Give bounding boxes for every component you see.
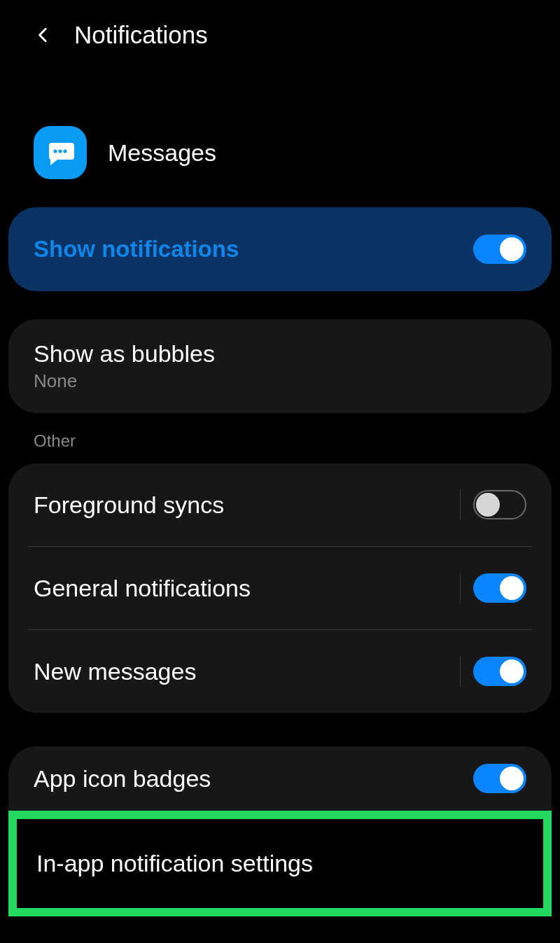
messages-icon <box>34 126 87 179</box>
general-notifications-label: General notifications <box>34 575 251 602</box>
section-label-other: Other <box>0 413 560 463</box>
show-as-bubbles-label: Show as bubbles <box>34 340 215 368</box>
divider-vertical <box>460 656 461 687</box>
app-icon-badges-row[interactable]: App icon badges <box>8 746 552 811</box>
app-icon-badges-label: App icon badges <box>34 765 211 792</box>
app-header: Messages <box>0 63 560 207</box>
foreground-syncs-label: Foreground syncs <box>34 491 224 519</box>
svg-point-1 <box>58 149 62 153</box>
new-messages-row[interactable]: New messages <box>8 630 552 713</box>
show-as-bubbles-value: None <box>34 370 215 392</box>
deleted-categories-label: 1 category deleted <box>0 916 560 943</box>
header: Notifications <box>0 0 560 63</box>
app-name-label: Messages <box>108 139 216 167</box>
divider-vertical <box>460 573 461 603</box>
show-notifications-card[interactable]: Show notifications <box>8 207 552 291</box>
app-icon-badges-toggle[interactable] <box>473 764 526 793</box>
svg-point-2 <box>63 149 66 153</box>
back-icon[interactable] <box>34 25 53 45</box>
divider-vertical <box>460 489 461 520</box>
show-notifications-toggle[interactable] <box>473 235 526 264</box>
new-messages-label: New messages <box>34 658 196 685</box>
foreground-syncs-row[interactable]: Foreground syncs <box>8 463 552 546</box>
in-app-notification-settings-label: In-app notification settings <box>36 850 524 877</box>
page-title: Notifications <box>74 21 208 49</box>
show-notifications-label: Show notifications <box>34 236 239 263</box>
show-as-bubbles-card[interactable]: Show as bubbles None <box>8 319 552 413</box>
foreground-syncs-toggle[interactable] <box>473 490 526 519</box>
in-app-notification-settings-row[interactable]: In-app notification settings <box>8 811 552 916</box>
other-group: Foreground syncs General notifications N… <box>8 463 552 713</box>
svg-point-0 <box>53 149 57 153</box>
new-messages-toggle[interactable] <box>473 657 526 686</box>
general-notifications-row[interactable]: General notifications <box>8 547 552 629</box>
general-notifications-toggle[interactable] <box>473 573 526 603</box>
